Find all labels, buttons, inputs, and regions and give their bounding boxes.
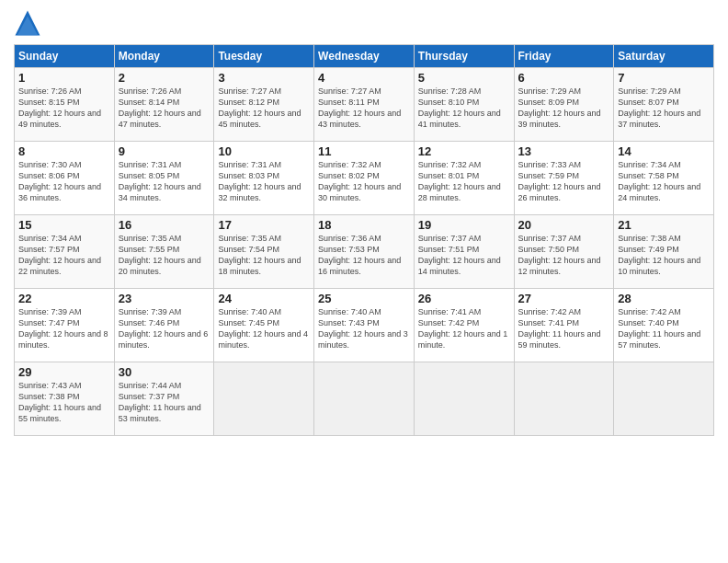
day-number: 21 [618, 218, 710, 232]
calendar-week-row: 15Sunrise: 7:34 AMSunset: 7:57 PMDayligh… [15, 215, 714, 289]
day-number: 2 [119, 71, 210, 85]
day-number: 9 [119, 144, 210, 158]
day-number: 14 [618, 144, 710, 158]
table-row: 27Sunrise: 7:42 AMSunset: 7:41 PMDayligh… [514, 289, 614, 362]
table-row: 7Sunrise: 7:29 AMSunset: 8:07 PMDaylight… [614, 68, 714, 142]
day-info: Sunrise: 7:28 AMSunset: 8:10 PMDaylight:… [418, 86, 501, 129]
col-saturday: Saturday [614, 45, 714, 68]
table-row: 28Sunrise: 7:42 AMSunset: 7:40 PMDayligh… [614, 289, 714, 362]
table-row [214, 362, 314, 436]
col-friday: Friday [514, 45, 614, 68]
day-number: 23 [119, 292, 210, 305]
day-number: 3 [218, 71, 310, 85]
day-number: 13 [518, 144, 610, 158]
day-info: Sunrise: 7:44 AMSunset: 7:37 PMDaylight:… [119, 381, 201, 423]
day-number: 1 [18, 71, 110, 85]
table-row: 25Sunrise: 7:40 AMSunset: 7:43 PMDayligh… [314, 289, 415, 362]
table-row: 5Sunrise: 7:28 AMSunset: 8:10 PMDaylight… [414, 68, 514, 142]
day-number: 5 [418, 71, 510, 85]
table-row: 19Sunrise: 7:37 AMSunset: 7:51 PMDayligh… [414, 215, 514, 289]
day-number: 28 [618, 292, 710, 305]
table-row: 6Sunrise: 7:29 AMSunset: 8:09 PMDaylight… [514, 68, 614, 142]
table-row: 14Sunrise: 7:34 AMSunset: 7:58 PMDayligh… [614, 142, 714, 215]
table-row: 13Sunrise: 7:33 AMSunset: 7:59 PMDayligh… [514, 142, 614, 215]
table-row: 1Sunrise: 7:26 AMSunset: 8:15 PMDaylight… [15, 68, 115, 142]
table-row: 11Sunrise: 7:32 AMSunset: 8:02 PMDayligh… [314, 142, 415, 215]
day-info: Sunrise: 7:42 AMSunset: 7:41 PMDaylight:… [518, 307, 601, 350]
day-info: Sunrise: 7:38 AMSunset: 7:49 PMDaylight:… [618, 234, 700, 276]
table-row: 18Sunrise: 7:36 AMSunset: 7:53 PMDayligh… [314, 215, 415, 289]
header [14, 9, 714, 37]
calendar-week-row: 29Sunrise: 7:43 AMSunset: 7:38 PMDayligh… [15, 362, 714, 436]
day-info: Sunrise: 7:32 AMSunset: 8:02 PMDaylight:… [318, 160, 401, 202]
day-info: Sunrise: 7:34 AMSunset: 7:57 PMDaylight:… [18, 234, 101, 276]
table-row: 8Sunrise: 7:30 AMSunset: 8:06 PMDaylight… [15, 142, 115, 215]
day-info: Sunrise: 7:29 AMSunset: 8:09 PMDaylight:… [518, 86, 601, 129]
table-row: 26Sunrise: 7:41 AMSunset: 7:42 PMDayligh… [414, 289, 514, 362]
day-info: Sunrise: 7:43 AMSunset: 7:38 PMDaylight:… [18, 381, 101, 423]
day-info: Sunrise: 7:42 AMSunset: 7:40 PMDaylight:… [618, 307, 700, 350]
day-number: 15 [18, 218, 110, 232]
col-wednesday: Wednesday [314, 45, 415, 68]
page: Sunday Monday Tuesday Wednesday Thursday… [0, 0, 728, 563]
table-row: 21Sunrise: 7:38 AMSunset: 7:49 PMDayligh… [614, 215, 714, 289]
table-row: 23Sunrise: 7:39 AMSunset: 7:46 PMDayligh… [114, 289, 214, 362]
day-number: 22 [18, 292, 110, 305]
calendar-week-row: 8Sunrise: 7:30 AMSunset: 8:06 PMDaylight… [15, 142, 714, 215]
calendar-header-row: Sunday Monday Tuesday Wednesday Thursday… [15, 45, 714, 68]
table-row: 24Sunrise: 7:40 AMSunset: 7:45 PMDayligh… [214, 289, 314, 362]
day-info: Sunrise: 7:30 AMSunset: 8:06 PMDaylight:… [18, 160, 101, 202]
col-tuesday: Tuesday [214, 45, 314, 68]
day-number: 12 [418, 144, 510, 158]
day-number: 27 [518, 292, 610, 305]
table-row: 12Sunrise: 7:32 AMSunset: 8:01 PMDayligh… [414, 142, 514, 215]
day-number: 30 [119, 365, 210, 379]
day-number: 17 [218, 218, 310, 232]
col-thursday: Thursday [414, 45, 514, 68]
day-info: Sunrise: 7:37 AMSunset: 7:50 PMDaylight:… [518, 234, 601, 276]
day-number: 11 [318, 144, 410, 158]
table-row: 10Sunrise: 7:31 AMSunset: 8:03 PMDayligh… [214, 142, 314, 215]
day-info: Sunrise: 7:35 AMSunset: 7:55 PMDaylight:… [119, 234, 201, 276]
calendar-week-row: 22Sunrise: 7:39 AMSunset: 7:47 PMDayligh… [15, 289, 714, 362]
day-number: 8 [18, 144, 110, 158]
table-row: 15Sunrise: 7:34 AMSunset: 7:57 PMDayligh… [15, 215, 115, 289]
day-number: 7 [618, 71, 710, 85]
table-row [414, 362, 514, 436]
table-row: 16Sunrise: 7:35 AMSunset: 7:55 PMDayligh… [114, 215, 214, 289]
day-info: Sunrise: 7:39 AMSunset: 7:46 PMDaylight:… [119, 307, 209, 350]
day-info: Sunrise: 7:35 AMSunset: 7:54 PMDaylight:… [218, 234, 301, 276]
day-number: 16 [119, 218, 210, 232]
day-info: Sunrise: 7:33 AMSunset: 7:59 PMDaylight:… [518, 160, 601, 202]
col-monday: Monday [114, 45, 214, 68]
day-number: 20 [518, 218, 610, 232]
day-info: Sunrise: 7:40 AMSunset: 7:43 PMDaylight:… [318, 307, 408, 350]
table-row: 30Sunrise: 7:44 AMSunset: 7:37 PMDayligh… [114, 362, 214, 436]
table-row: 20Sunrise: 7:37 AMSunset: 7:50 PMDayligh… [514, 215, 614, 289]
day-number: 26 [418, 292, 510, 305]
col-sunday: Sunday [15, 45, 115, 68]
day-info: Sunrise: 7:41 AMSunset: 7:42 PMDaylight:… [418, 307, 508, 350]
day-number: 24 [218, 292, 310, 305]
day-number: 25 [318, 292, 410, 305]
day-info: Sunrise: 7:31 AMSunset: 8:05 PMDaylight:… [119, 160, 201, 202]
day-number: 19 [418, 218, 510, 232]
day-number: 6 [518, 71, 610, 85]
day-number: 4 [318, 71, 410, 85]
day-info: Sunrise: 7:26 AMSunset: 8:14 PMDaylight:… [119, 86, 201, 129]
logo-icon [14, 9, 41, 37]
day-info: Sunrise: 7:32 AMSunset: 8:01 PMDaylight:… [418, 160, 501, 202]
day-info: Sunrise: 7:37 AMSunset: 7:51 PMDaylight:… [418, 234, 501, 276]
day-info: Sunrise: 7:27 AMSunset: 8:12 PMDaylight:… [218, 86, 301, 129]
table-row [614, 362, 714, 436]
day-number: 10 [218, 144, 310, 158]
day-info: Sunrise: 7:26 AMSunset: 8:15 PMDaylight:… [18, 86, 101, 129]
table-row: 22Sunrise: 7:39 AMSunset: 7:47 PMDayligh… [15, 289, 115, 362]
table-row: 2Sunrise: 7:26 AMSunset: 8:14 PMDaylight… [114, 68, 214, 142]
day-info: Sunrise: 7:29 AMSunset: 8:07 PMDaylight:… [618, 86, 700, 129]
table-row: 4Sunrise: 7:27 AMSunset: 8:11 PMDaylight… [314, 68, 415, 142]
logo [14, 9, 45, 37]
day-info: Sunrise: 7:39 AMSunset: 7:47 PMDaylight:… [18, 307, 108, 350]
day-info: Sunrise: 7:34 AMSunset: 7:58 PMDaylight:… [618, 160, 700, 202]
day-info: Sunrise: 7:31 AMSunset: 8:03 PMDaylight:… [218, 160, 301, 202]
